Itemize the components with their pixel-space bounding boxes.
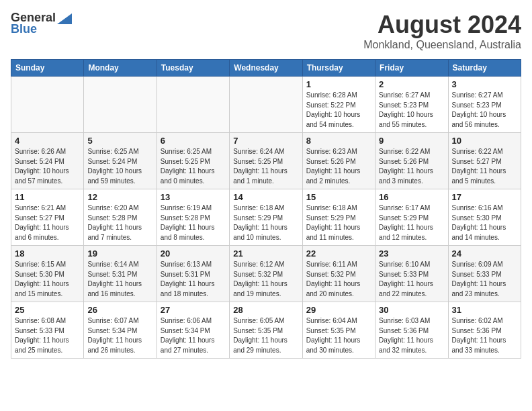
calendar-cell: 26Sunrise: 6:07 AM Sunset: 5:34 PM Dayli… [84, 302, 157, 359]
calendar-cell: 29Sunrise: 6:04 AM Sunset: 5:35 PM Dayli… [302, 302, 375, 359]
cell-info: Sunrise: 6:03 AM Sunset: 5:36 PM Dayligh… [379, 316, 444, 355]
month-title: August 2024 [363, 11, 521, 39]
calendar-cell: 7Sunrise: 6:24 AM Sunset: 5:25 PM Daylig… [230, 133, 302, 189]
calendar-cell: 6Sunrise: 6:25 AM Sunset: 5:25 PM Daylig… [157, 133, 229, 189]
calendar-cell: 17Sunrise: 6:16 AM Sunset: 5:30 PM Dayli… [448, 189, 521, 246]
calendar-cell: 3Sunrise: 6:27 AM Sunset: 5:23 PM Daylig… [448, 77, 521, 133]
cell-info: Sunrise: 6:16 AM Sunset: 5:30 PM Dayligh… [452, 203, 517, 242]
calendar-cell: 22Sunrise: 6:11 AM Sunset: 5:32 PM Dayli… [302, 246, 375, 302]
cell-info: Sunrise: 6:27 AM Sunset: 5:23 PM Dayligh… [452, 91, 517, 130]
calendar-week-5: 25Sunrise: 6:08 AM Sunset: 5:33 PM Dayli… [11, 302, 521, 359]
day-number: 25 [15, 305, 80, 315]
calendar-cell: 15Sunrise: 6:18 AM Sunset: 5:29 PM Dayli… [302, 189, 375, 246]
calendar-cell: 18Sunrise: 6:15 AM Sunset: 5:30 PM Dayli… [11, 246, 84, 302]
location-title: Monkland, Queensland, Australia [363, 39, 521, 51]
calendar-cell: 12Sunrise: 6:20 AM Sunset: 5:28 PM Dayli… [84, 189, 157, 246]
weekday-header-friday: Friday [375, 60, 448, 77]
day-number: 11 [15, 192, 80, 202]
calendar-cell: 19Sunrise: 6:14 AM Sunset: 5:31 PM Dayli… [84, 246, 157, 302]
cell-info: Sunrise: 6:09 AM Sunset: 5:33 PM Dayligh… [452, 260, 517, 299]
title-area: August 2024 Monkland, Queensland, Austra… [363, 11, 521, 51]
day-number: 3 [452, 79, 517, 89]
cell-info: Sunrise: 6:27 AM Sunset: 5:23 PM Dayligh… [379, 91, 444, 130]
cell-info: Sunrise: 6:20 AM Sunset: 5:28 PM Dayligh… [87, 203, 152, 242]
day-number: 24 [452, 248, 517, 259]
cell-info: Sunrise: 6:15 AM Sunset: 5:30 PM Dayligh… [15, 260, 80, 299]
calendar-cell: 27Sunrise: 6:06 AM Sunset: 5:34 PM Dayli… [157, 302, 229, 359]
weekday-header-sunday: Sunday [11, 60, 84, 77]
day-number: 16 [379, 192, 444, 202]
cell-info: Sunrise: 6:28 AM Sunset: 5:22 PM Dayligh… [306, 91, 371, 130]
day-number: 10 [452, 136, 517, 146]
day-number: 12 [87, 192, 152, 202]
day-number: 17 [452, 192, 517, 202]
weekday-header-thursday: Thursday [302, 60, 375, 77]
day-number: 18 [15, 248, 80, 259]
cell-info: Sunrise: 6:07 AM Sunset: 5:34 PM Dayligh… [87, 316, 152, 355]
cell-info: Sunrise: 6:12 AM Sunset: 5:32 PM Dayligh… [233, 260, 298, 299]
cell-info: Sunrise: 6:17 AM Sunset: 5:29 PM Dayligh… [379, 203, 444, 242]
day-number: 7 [233, 136, 298, 146]
cell-info: Sunrise: 6:08 AM Sunset: 5:33 PM Dayligh… [15, 316, 80, 355]
calendar-cell [84, 77, 157, 133]
cell-info: Sunrise: 6:22 AM Sunset: 5:27 PM Dayligh… [452, 147, 517, 186]
day-number: 4 [15, 136, 80, 146]
day-number: 19 [87, 248, 152, 259]
calendar-cell: 1Sunrise: 6:28 AM Sunset: 5:22 PM Daylig… [302, 77, 375, 133]
calendar-cell: 20Sunrise: 6:13 AM Sunset: 5:31 PM Dayli… [157, 246, 229, 302]
weekday-header-tuesday: Tuesday [157, 60, 229, 77]
cell-info: Sunrise: 6:18 AM Sunset: 5:29 PM Dayligh… [306, 203, 371, 242]
cell-info: Sunrise: 6:19 AM Sunset: 5:28 PM Dayligh… [161, 203, 226, 242]
day-number: 20 [161, 248, 226, 259]
day-number: 9 [379, 136, 444, 146]
day-number: 23 [379, 248, 444, 259]
calendar-week-4: 18Sunrise: 6:15 AM Sunset: 5:30 PM Dayli… [11, 246, 521, 302]
header: General Blue August 2024 Monkland, Queen… [11, 11, 521, 51]
day-number: 26 [87, 305, 152, 315]
weekday-header-row: SundayMondayTuesdayWednesdayThursdayFrid… [11, 60, 521, 77]
calendar-cell [11, 77, 84, 133]
calendar-cell: 31Sunrise: 6:02 AM Sunset: 5:36 PM Dayli… [448, 302, 521, 359]
cell-info: Sunrise: 6:18 AM Sunset: 5:29 PM Dayligh… [233, 203, 298, 242]
day-number: 27 [161, 305, 226, 315]
weekday-header-monday: Monday [84, 60, 157, 77]
day-number: 1 [306, 79, 371, 89]
cell-info: Sunrise: 6:11 AM Sunset: 5:32 PM Dayligh… [306, 260, 371, 299]
calendar-cell: 4Sunrise: 6:26 AM Sunset: 5:24 PM Daylig… [11, 133, 84, 189]
weekday-header-saturday: Saturday [448, 60, 521, 77]
calendar-week-2: 4Sunrise: 6:26 AM Sunset: 5:24 PM Daylig… [11, 133, 521, 189]
cell-info: Sunrise: 6:13 AM Sunset: 5:31 PM Dayligh… [161, 260, 226, 299]
cell-info: Sunrise: 6:25 AM Sunset: 5:25 PM Dayligh… [161, 147, 226, 186]
cell-info: Sunrise: 6:21 AM Sunset: 5:27 PM Dayligh… [15, 203, 80, 242]
calendar-cell: 9Sunrise: 6:22 AM Sunset: 5:26 PM Daylig… [375, 133, 448, 189]
cell-info: Sunrise: 6:22 AM Sunset: 5:26 PM Dayligh… [379, 147, 444, 186]
cell-info: Sunrise: 6:25 AM Sunset: 5:24 PM Dayligh… [87, 147, 152, 186]
calendar-cell: 13Sunrise: 6:19 AM Sunset: 5:28 PM Dayli… [157, 189, 229, 246]
calendar-cell: 23Sunrise: 6:10 AM Sunset: 5:33 PM Dayli… [375, 246, 448, 302]
cell-info: Sunrise: 6:14 AM Sunset: 5:31 PM Dayligh… [87, 260, 152, 299]
calendar-cell: 24Sunrise: 6:09 AM Sunset: 5:33 PM Dayli… [448, 246, 521, 302]
day-number: 15 [306, 192, 371, 202]
day-number: 22 [306, 248, 371, 259]
cell-info: Sunrise: 6:06 AM Sunset: 5:34 PM Dayligh… [161, 316, 226, 355]
calendar-cell: 25Sunrise: 6:08 AM Sunset: 5:33 PM Dayli… [11, 302, 84, 359]
cell-info: Sunrise: 6:23 AM Sunset: 5:26 PM Dayligh… [306, 147, 371, 186]
day-number: 13 [161, 192, 226, 202]
cell-info: Sunrise: 6:04 AM Sunset: 5:35 PM Dayligh… [306, 316, 371, 355]
calendar-cell: 21Sunrise: 6:12 AM Sunset: 5:32 PM Dayli… [230, 246, 302, 302]
cell-info: Sunrise: 6:26 AM Sunset: 5:24 PM Dayligh… [15, 147, 80, 186]
day-number: 21 [233, 248, 298, 259]
day-number: 8 [306, 136, 371, 146]
calendar-cell: 10Sunrise: 6:22 AM Sunset: 5:27 PM Dayli… [448, 133, 521, 189]
logo-blue: Blue [11, 22, 37, 36]
calendar-cell [157, 77, 229, 133]
day-number: 2 [379, 79, 444, 89]
calendar-cell: 16Sunrise: 6:17 AM Sunset: 5:29 PM Dayli… [375, 189, 448, 246]
day-number: 5 [87, 136, 152, 146]
calendar-table: SundayMondayTuesdayWednesdayThursdayFrid… [11, 59, 521, 359]
logo-icon [57, 13, 72, 24]
calendar-cell: 5Sunrise: 6:25 AM Sunset: 5:24 PM Daylig… [84, 133, 157, 189]
calendar-cell [230, 77, 302, 133]
calendar-cell: 11Sunrise: 6:21 AM Sunset: 5:27 PM Dayli… [11, 189, 84, 246]
calendar-week-3: 11Sunrise: 6:21 AM Sunset: 5:27 PM Dayli… [11, 189, 521, 246]
